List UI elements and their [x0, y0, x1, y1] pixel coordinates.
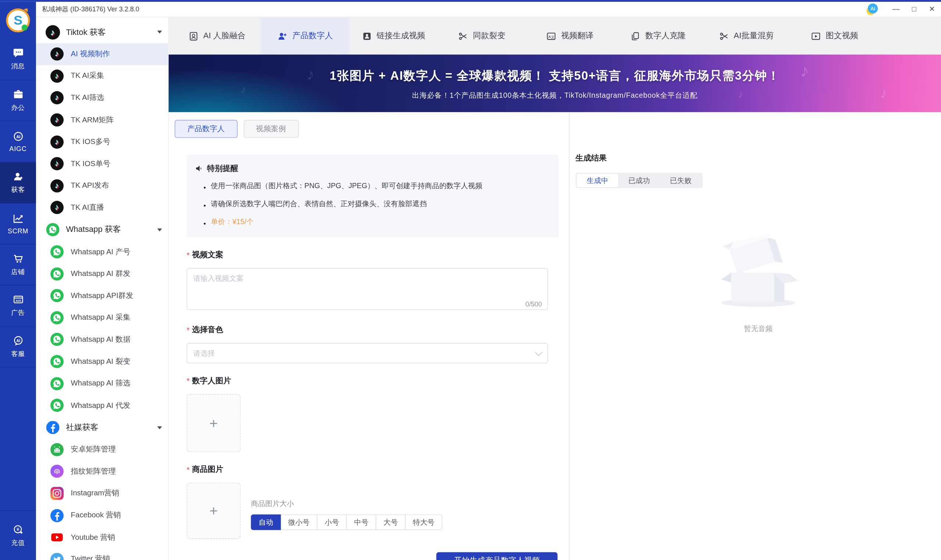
tiktok-icon: ♪ — [50, 135, 63, 148]
tab-label: AI批量混剪 — [734, 31, 774, 41]
sidebar-item-wa-send[interactable]: Whatsapp AI 代发 — [36, 394, 168, 416]
close-button[interactable]: ✕ — [923, 2, 941, 17]
sidebar-item-tk-arm[interactable]: ♪ TK ARM矩阵 — [36, 109, 168, 131]
size-option-auto[interactable]: 自动 — [251, 514, 281, 530]
sidebar-item-tk-ios-single[interactable]: ♪ TK IOS单号 — [36, 153, 168, 175]
tab-image-text-video[interactable]: 图文视频 — [790, 17, 878, 54]
product-image-upload[interactable]: + — [187, 483, 241, 539]
play-video-icon — [811, 31, 821, 41]
script-textarea[interactable] — [187, 268, 548, 310]
sidebar-item-tk-collect[interactable]: ♪ TK AI采集 — [36, 65, 168, 87]
rail-label: 充值 — [11, 538, 25, 547]
rail-item-recharge[interactable]: ¥ 充值 — [0, 511, 36, 560]
voice-select[interactable]: 请选择 — [187, 343, 548, 363]
sidebar-item-wa-collect[interactable]: Whatsapp AI 采集 — [36, 307, 168, 329]
view-tab-video-examples[interactable]: 视频案例 — [244, 120, 299, 138]
sidebar-item-facebook[interactable]: Facebook 营销 — [36, 505, 168, 526]
results-status-tabs: 生成中 已成功 已失败 — [575, 173, 703, 188]
rail-item-scrm[interactable]: SCRM — [0, 203, 36, 245]
svg-text:¥: ¥ — [16, 526, 19, 532]
tiktok-icon: ♪ — [50, 91, 63, 105]
tab-avatar-clone[interactable]: 数字人克隆 — [614, 17, 702, 54]
tiktok-icon: ♪ — [50, 157, 63, 171]
size-option-tiny[interactable]: 微小号 — [280, 514, 317, 530]
app-logo: S — [0, 2, 36, 39]
sidebar-item-wa-api-bulk[interactable]: Whatsapp API群发 — [36, 285, 168, 307]
rail-item-messages[interactable]: 消息 — [0, 39, 36, 80]
whatsapp-icon — [50, 377, 63, 390]
rail-label: 消息 — [11, 62, 25, 71]
sidebar-item-wa-account[interactable]: Whatsapp AI 产号 — [36, 241, 168, 263]
rail-item-customers[interactable]: 获客 — [0, 162, 36, 203]
tiktok-icon: ♪ — [50, 201, 63, 214]
ai-assistant-avatar[interactable]: Ai — [866, 3, 878, 15]
size-option-small[interactable]: 小号 — [317, 514, 347, 530]
results-tab-generating[interactable]: 生成中 — [577, 174, 618, 187]
sidebar-item-tk-live[interactable]: ♪ TK AI直播 — [36, 197, 168, 218]
tab-video-translate[interactable]: A文 视频翻译 — [526, 17, 614, 54]
rail-label: AIGC — [9, 145, 26, 152]
svg-text:Ai: Ai — [870, 6, 875, 11]
size-option-medium[interactable]: 中号 — [346, 514, 376, 530]
tab-label: 产品数字人 — [292, 31, 333, 41]
sidebar-item-tk-filter[interactable]: ♪ TK AI筛选 — [36, 87, 168, 109]
sidebar-item-tk-api[interactable]: ♪ TK API发布 — [36, 175, 168, 197]
tab-product-avatar[interactable]: 产品数字人 — [261, 17, 349, 54]
notice-title: 特别提醒 — [207, 163, 238, 174]
svg-text:ADS: ADS — [15, 300, 21, 302]
sidebar-item-tk-ios-multi[interactable]: ♪ TK IOS多号 — [36, 131, 168, 153]
twitter-icon — [50, 553, 63, 560]
rail-item-ads[interactable]: ADS 广告 — [0, 286, 36, 327]
sidebar-item-wa-fission[interactable]: Whatsapp AI 裂变 — [36, 351, 168, 372]
person-plus-icon — [12, 171, 23, 182]
sidebar-item-twitter[interactable]: Twitter 营销 — [36, 548, 168, 560]
notice-bullet: ● 请确保所选数字人嘴巴闭合、表情自然、正对摄像头、没有脸部遮挡 — [190, 200, 549, 210]
banner-title: 1张图片 + AI数字人 = 全球爆款视频！ 支持50+语言，征服海外市场只需3… — [169, 68, 941, 84]
sidebar-item-instagram[interactable]: Instagram营销 — [36, 483, 168, 505]
tiktok-icon: ♪ — [46, 25, 60, 39]
chevron-down-icon — [157, 426, 162, 429]
tab-label: 图文视频 — [826, 31, 858, 41]
results-tab-failed[interactable]: 已失败 — [660, 174, 702, 187]
sidebar-item-fingerprint-matrix[interactable]: 指纹矩阵管理 — [36, 460, 168, 483]
results-panel: 生成结果 生成中 已成功 已失败 — [569, 112, 941, 560]
generate-video-button[interactable]: 开始生成产品数字人视频 — [436, 552, 557, 560]
android-icon — [50, 443, 63, 456]
whatsapp-icon — [46, 223, 60, 237]
svg-text:S: S — [14, 13, 22, 28]
chevron-down-icon — [535, 348, 542, 356]
sidebar-item-ai-video[interactable]: ♪ AI 视频制作 — [36, 43, 168, 65]
section-header-label: Tiktok 获客 — [66, 27, 157, 37]
maximize-button[interactable]: □ — [905, 2, 923, 17]
tab-face-fusion[interactable]: AI 人脸融合 — [173, 17, 261, 54]
size-option-large[interactable]: 大号 — [376, 514, 406, 530]
sidebar-item-wa-bulk[interactable]: Whatsapp AI 群发 — [36, 263, 168, 285]
size-option-xlarge[interactable]: 特大号 — [405, 514, 443, 530]
sidebar-item-wa-filter[interactable]: Whatsapp AI 筛选 — [36, 372, 168, 395]
whatsapp-icon — [50, 311, 63, 325]
sidebar-section-whatsapp[interactable]: Whatsapp 获客 — [36, 218, 168, 241]
tab-link-to-video[interactable]: 链接生成视频 — [349, 17, 438, 54]
sidebar-item-youtube[interactable]: Youtube 营销 — [36, 526, 168, 548]
rail-item-shop[interactable]: 店铺 — [0, 245, 36, 286]
whatsapp-icon — [50, 355, 63, 368]
rail-item-office[interactable]: 办公 — [0, 80, 36, 121]
whatsapp-icon — [50, 399, 63, 412]
tab-batch-remix[interactable]: AI批量混剪 — [702, 17, 790, 54]
recharge-yen-icon: ¥ — [12, 524, 23, 535]
aigc-badge-icon: AI — [12, 131, 23, 142]
sidebar-item-android-matrix[interactable]: 安卓矩阵管理 — [36, 439, 168, 461]
sidebar-section-social[interactable]: 社媒获客 — [36, 416, 168, 438]
rail-item-aigc[interactable]: AI AIGC — [0, 121, 36, 162]
voice-select-placeholder: 请选择 — [193, 348, 536, 358]
results-tab-success[interactable]: 已成功 — [619, 174, 660, 187]
rail-item-service[interactable]: AI 客服 — [0, 326, 36, 368]
sidebar-item-wa-data[interactable]: Whatsapp AI 数据 — [36, 329, 168, 351]
tab-label: AI 人脸融合 — [204, 31, 246, 41]
view-tab-product-avatar[interactable]: 产品数字人 — [175, 120, 238, 138]
sidebar-section-tiktok[interactable]: ♪ Tiktok 获客 — [36, 21, 168, 43]
svg-text:AI: AI — [16, 134, 20, 138]
avatar-image-upload[interactable]: + — [187, 394, 241, 452]
tab-same-style-fission[interactable]: 同款裂变 — [438, 17, 526, 54]
minimize-button[interactable]: — — [887, 2, 905, 17]
